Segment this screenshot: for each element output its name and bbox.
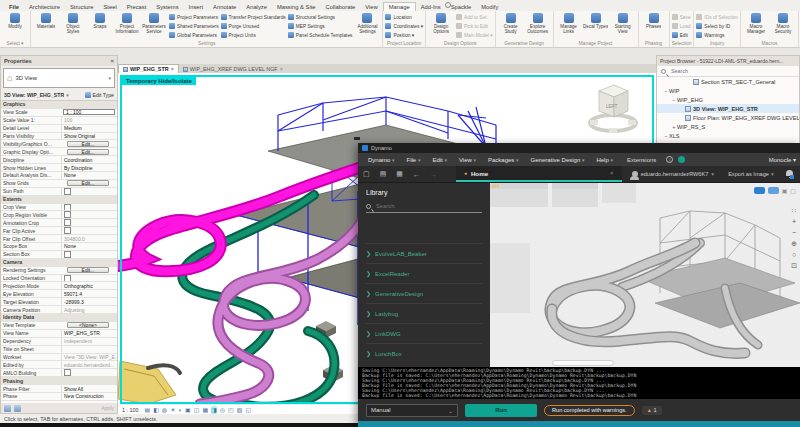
menu-item[interactable]: Help ▾	[590, 157, 619, 163]
property-row[interactable]: Dependency Independent	[1, 338, 117, 346]
ribbon-button[interactable]: Edit	[672, 31, 691, 39]
modify-button[interactable]: Modify	[2, 12, 28, 40]
ribbon-button[interactable]: Select by ID	[696, 22, 738, 30]
property-row[interactable]: Extents	[1, 196, 117, 204]
property-row[interactable]: Scope Box None	[1, 243, 117, 251]
property-row[interactable]: Section Box	[1, 251, 117, 259]
design-options-button[interactable]: Design Options	[428, 12, 454, 40]
ribbon-button[interactable]: Location	[385, 13, 423, 21]
property-row[interactable]: Show Grids Edit...	[1, 180, 117, 188]
ribbon-tab[interactable]: Manage	[383, 2, 416, 11]
ribbon-button[interactable]: Position ▾	[385, 31, 423, 39]
chevron-down-icon[interactable]: ▾	[66, 92, 69, 98]
horizontal-scrollbar[interactable]	[552, 360, 614, 366]
open-file-icon[interactable]: ▤	[375, 170, 392, 178]
close-icon[interactable]: ×	[280, 66, 283, 72]
property-row[interactable]: Rendering Settings Edit...	[1, 267, 117, 275]
library-package-item[interactable]: ❯ EvolveLAB_Beaker	[366, 243, 482, 263]
dynamo-title-bar[interactable]: Dynamo	[358, 143, 800, 153]
ribbon-tab[interactable]: Precast	[122, 3, 152, 11]
ribbon-button[interactable]: Global Parameters	[169, 31, 219, 39]
library-search-input[interactable]	[374, 202, 464, 210]
view-control-icon[interactable]: ▦	[202, 406, 208, 414]
ribbon-button[interactable]: Decal Types	[583, 12, 609, 40]
property-row[interactable]: Workset View "3D View: WIP_E...	[1, 354, 117, 362]
ribbon-tab[interactable]: Systems	[151, 3, 183, 11]
browser-search-input[interactable]	[669, 67, 769, 75]
view-control-icon[interactable]: ◱	[245, 406, 251, 414]
undo-icon[interactable]: ←	[408, 171, 425, 178]
ribbon-button[interactable]: Transfer Project Standards	[221, 13, 286, 21]
browser-tree-item[interactable]: + WIP_RS_S	[657, 122, 799, 131]
pan-icon[interactable]: ⊕	[791, 240, 797, 247]
ribbon-tab[interactable]: Modify	[476, 3, 503, 11]
layout-icon[interactable]: ▣	[782, 187, 788, 194]
property-row[interactable]: Crop View	[1, 204, 117, 212]
property-row[interactable]: Phase Filter Show All	[1, 385, 117, 393]
ribbon-button[interactable]: Manage Links	[556, 12, 582, 40]
redo-icon[interactable]: →	[425, 171, 442, 178]
ribbon-button[interactable]: Project Information	[114, 12, 140, 40]
ribbon-button[interactable]: Structural Settings	[288, 13, 353, 21]
view-control-icon[interactable]: ▧	[237, 406, 243, 414]
view-control-icon[interactable]: ◧	[153, 406, 159, 414]
property-row[interactable]: Phase New Construction	[1, 393, 117, 401]
ribbon-button[interactable]: Shared Parameters	[169, 22, 219, 30]
menu-item[interactable]: Generative Design ▾	[525, 157, 591, 163]
browser-tree-item[interactable]: 3D View: WIP_EHG_STR	[657, 104, 799, 113]
type-selector[interactable]: ⌂ 3D View ▾	[3, 68, 115, 88]
browser-tree-item[interactable]: Floor Plan: WIP_EHG_XREF DWG LEVEL...	[657, 113, 799, 122]
ribbon-button[interactable]: Pick to Edit	[456, 22, 493, 30]
run-mode-select[interactable]: Manual ⌄	[366, 404, 458, 417]
ribbon-tab[interactable]: Analyze	[241, 3, 272, 11]
ribbon-button[interactable]: Snaps	[87, 12, 113, 40]
ribbon-button[interactable]: Load	[672, 22, 691, 30]
property-row[interactable]: View Template <None>	[1, 322, 117, 330]
ribbon-button[interactable]: Purge Unused	[221, 22, 286, 30]
properties-help-icon[interactable]	[4, 405, 11, 412]
geometry-view-icon[interactable]	[768, 187, 779, 194]
warnings-badge[interactable]: ▲ 1	[642, 406, 662, 415]
property-row[interactable]: Crop Region Visible	[1, 211, 117, 219]
apply-button[interactable]: Apply	[101, 405, 114, 411]
ribbon-button[interactable]: Project Units	[221, 31, 286, 39]
orbit-icon[interactable]: ○	[792, 251, 796, 258]
menu-item[interactable]: Packages ▾	[482, 157, 525, 163]
zoom-in-icon[interactable]: +	[792, 218, 796, 225]
tab-home[interactable]: ● Home ×	[456, 166, 622, 182]
fit-view-icon[interactable]: ⊡	[791, 262, 797, 269]
ribbon-tab[interactable]: Add-Ins	[416, 3, 446, 11]
property-row[interactable]: Projection Mode Orthographic	[1, 282, 117, 290]
ribbon-button[interactable]: Save	[672, 13, 691, 21]
property-row[interactable]: Title on Sheet	[1, 346, 117, 354]
browser-tree-item[interactable]: − XLS	[657, 131, 799, 140]
library-package-item[interactable]: ❯ LinkDWG	[366, 323, 482, 343]
property-row[interactable]: Far Clip Active	[1, 227, 117, 235]
close-icon[interactable]: ×	[171, 66, 174, 72]
browser-tree-item[interactable]: − WIP_EHG	[657, 95, 799, 104]
info-icon[interactable]: i	[666, 156, 673, 163]
property-row[interactable]: Sun Path	[1, 188, 117, 196]
ribbon-button[interactable]: Materials	[33, 12, 59, 40]
ribbon-button[interactable]: Add to Set	[456, 13, 493, 21]
ribbon-tab[interactable]: View	[360, 3, 382, 11]
property-row[interactable]: Default Analysis Dis... None	[1, 172, 117, 180]
node-grid-icon[interactable]: ∷	[792, 207, 796, 214]
ribbon-button[interactable]: Object Styles	[60, 12, 86, 40]
property-row[interactable]: Graphic Display Opti... Edit...	[1, 148, 117, 156]
ribbon-button[interactable]: Create Study	[498, 12, 524, 40]
view-control-icon[interactable]: ◰	[228, 406, 234, 414]
run-button[interactable]: Run	[465, 404, 537, 417]
property-row[interactable]: Parts Visibility Show Original	[1, 133, 117, 141]
ribbon-tab[interactable]: Collaborate	[321, 3, 361, 11]
property-row[interactable]: Phasing	[1, 377, 117, 385]
property-row[interactable]: Locked Orientation	[1, 275, 117, 283]
property-row[interactable]: View Scale 1 : 100	[1, 109, 117, 117]
property-row[interactable]: View Name WIP_EHG_STR	[1, 330, 117, 338]
property-row[interactable]: Far Clip Offset 304800.0	[1, 235, 117, 243]
ribbon-tab[interactable]: Steel	[98, 3, 121, 11]
dynamo-3d-preview[interactable]: ▣ ▢ ∷ + − ⊕ ○ ⊡	[490, 183, 800, 367]
modify-options-icon[interactable]	[445, 2, 451, 8]
ribbon-button[interactable]: Project Parameters	[169, 13, 219, 21]
additional-settings-button[interactable]: Additional Settings	[354, 12, 380, 40]
